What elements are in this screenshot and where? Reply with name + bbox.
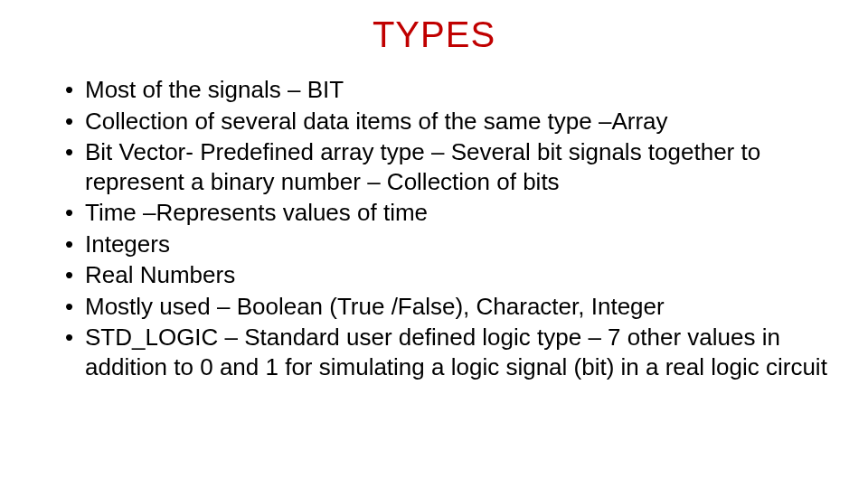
list-item: Collection of several data items of the …	[65, 107, 832, 136]
list-item: STD_LOGIC – Standard user defined logic …	[65, 323, 832, 381]
list-item: Integers	[65, 230, 832, 259]
list-item: Real Numbers	[65, 260, 832, 290]
list-item: Time –Represents values of time	[65, 198, 832, 228]
list-item: Bit Vector- Predefined array type – Seve…	[65, 137, 832, 196]
bullet-list: Most of the signals – BIT Collection of …	[0, 75, 868, 381]
slide-title: TYPES	[0, 14, 868, 55]
list-item: Most of the signals – BIT	[65, 75, 832, 105]
list-item: Mostly used – Boolean (True /False), Cha…	[65, 292, 832, 322]
slide: TYPES Most of the signals – BIT Collecti…	[0, 0, 868, 488]
